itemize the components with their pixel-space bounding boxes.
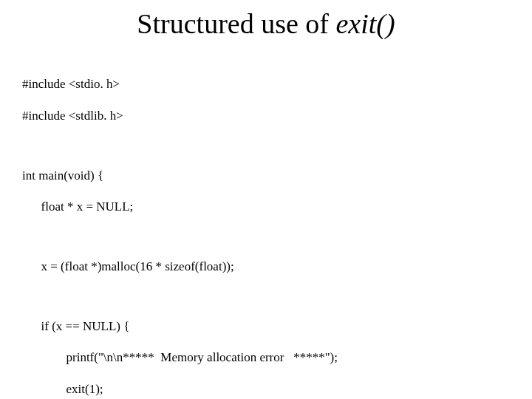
slide: Structured use of exit() #include <stdio… [0,0,532,399]
title-italic: exit() [335,8,395,39]
title-prefix: Structured use of [137,8,335,39]
code-line: x = (float *)malloc(16 * sizeof(float)); [22,259,510,274]
code-line: printf("\n\n***** Memory allocation erro… [22,349,510,365]
code-line: exit(1); [22,381,510,397]
code-line: #include <stdlib. h> [22,108,510,123]
code-line: float * x = NULL; [22,199,510,214]
slide-title: Structured use of exit() [22,7,510,40]
code-block: #include <stdio. h> #include <stdlib. h>… [22,61,510,399]
blank-line [22,290,510,302]
blank-line [22,139,510,151]
code-line: if (x == NULL) { [22,318,510,334]
blank-line [22,231,510,243]
code-line: #include <stdio. h> [22,76,510,92]
code-line: int main(void) { [22,168,510,183]
